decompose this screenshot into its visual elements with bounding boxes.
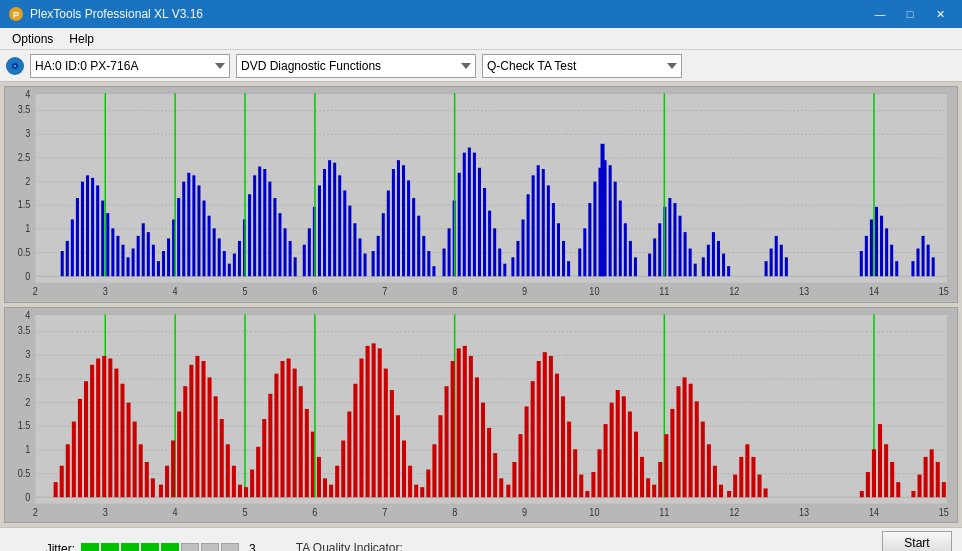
svg-rect-42 — [76, 198, 79, 276]
svg-rect-104 — [377, 236, 380, 276]
svg-rect-96 — [338, 175, 341, 276]
svg-rect-356 — [911, 490, 915, 496]
svg-rect-50 — [116, 236, 119, 276]
svg-text:5: 5 — [242, 285, 247, 297]
svg-rect-232 — [90, 364, 94, 496]
svg-rect-73 — [228, 264, 231, 277]
svg-rect-177 — [860, 251, 863, 276]
svg-rect-359 — [930, 449, 934, 497]
svg-rect-144 — [588, 203, 591, 276]
svg-rect-355 — [896, 482, 900, 497]
svg-rect-344 — [745, 444, 749, 497]
svg-rect-265 — [280, 360, 284, 496]
svg-text:4: 4 — [25, 88, 30, 100]
minimize-button[interactable]: — — [866, 4, 894, 24]
svg-rect-283 — [384, 368, 388, 497]
svg-rect-360 — [936, 461, 940, 496]
svg-text:9: 9 — [522, 506, 527, 518]
svg-rect-89 — [303, 245, 306, 277]
svg-rect-253 — [214, 396, 218, 497]
svg-rect-284 — [390, 390, 394, 497]
test-selector[interactable]: Q-Check TA Test — [482, 54, 682, 78]
svg-rect-306 — [518, 434, 522, 497]
svg-rect-311 — [549, 355, 553, 496]
svg-rect-264 — [274, 373, 278, 497]
svg-text:3: 3 — [25, 348, 30, 360]
svg-rect-227 — [60, 465, 64, 497]
app-icon: P — [8, 6, 24, 22]
svg-text:4: 4 — [173, 506, 178, 518]
svg-rect-106 — [387, 190, 390, 276]
svg-rect-150 — [619, 201, 622, 277]
svg-rect-58 — [157, 261, 160, 276]
svg-rect-67 — [197, 185, 200, 276]
close-button[interactable]: ✕ — [926, 4, 954, 24]
svg-rect-261 — [256, 446, 260, 496]
svg-rect-271 — [317, 456, 321, 496]
svg-rect-124 — [483, 188, 486, 276]
svg-rect-161 — [678, 216, 681, 277]
svg-text:4: 4 — [25, 309, 30, 321]
svg-rect-56 — [147, 232, 150, 276]
svg-rect-321 — [610, 402, 614, 497]
svg-rect-45 — [91, 178, 94, 276]
svg-text:2: 2 — [33, 285, 38, 297]
svg-rect-154 — [601, 144, 605, 276]
svg-rect-332 — [670, 408, 674, 496]
svg-rect-292 — [432, 444, 436, 497]
maximize-button[interactable]: □ — [896, 4, 924, 24]
svg-rect-78 — [248, 194, 251, 276]
svg-text:3.5: 3.5 — [18, 324, 31, 336]
svg-rect-138 — [552, 203, 555, 276]
svg-rect-276 — [341, 440, 345, 497]
start-button[interactable]: Start — [882, 531, 952, 552]
svg-rect-148 — [609, 165, 612, 276]
svg-rect-234 — [102, 355, 106, 496]
svg-rect-116 — [443, 249, 446, 277]
svg-text:0.5: 0.5 — [18, 467, 31, 479]
svg-rect-263 — [268, 393, 272, 496]
svg-rect-71 — [218, 238, 221, 276]
svg-text:7: 7 — [382, 285, 387, 297]
svg-rect-238 — [127, 402, 131, 497]
svg-rect-236 — [114, 368, 118, 497]
svg-rect-287 — [408, 465, 412, 497]
svg-rect-333 — [676, 386, 680, 497]
svg-rect-92 — [318, 185, 321, 276]
metrics-section: Jitter: 3 Peak Shift: — [10, 542, 256, 552]
svg-text:3: 3 — [103, 506, 108, 518]
svg-rect-304 — [506, 484, 510, 497]
svg-rect-140 — [562, 241, 565, 276]
svg-rect-181 — [880, 216, 883, 277]
svg-rect-239 — [133, 421, 137, 497]
jitter-label: Jitter: — [10, 542, 75, 552]
svg-rect-300 — [481, 402, 485, 497]
svg-rect-320 — [604, 424, 608, 497]
svg-rect-128 — [503, 264, 506, 277]
svg-rect-151 — [624, 223, 627, 276]
svg-rect-103 — [372, 251, 375, 276]
svg-rect-95 — [333, 163, 336, 277]
menu-options[interactable]: Options — [4, 30, 61, 48]
svg-rect-357 — [918, 474, 922, 497]
svg-rect-157 — [658, 223, 661, 276]
svg-text:14: 14 — [869, 506, 879, 518]
svg-rect-65 — [187, 173, 190, 276]
svg-rect-119 — [458, 173, 461, 276]
svg-rect-350 — [866, 472, 870, 497]
svg-rect-288 — [414, 484, 418, 497]
app-title: PlexTools Professional XL V3.16 — [30, 7, 866, 21]
svg-rect-70 — [213, 228, 216, 276]
menu-help[interactable]: Help — [61, 30, 102, 48]
svg-rect-228 — [66, 444, 70, 497]
jitter-seg-4 — [141, 543, 159, 552]
svg-text:15: 15 — [939, 506, 949, 518]
svg-rect-43 — [81, 182, 84, 277]
svg-rect-113 — [422, 236, 425, 276]
svg-rect-331 — [664, 434, 668, 497]
svg-text:12: 12 — [729, 285, 739, 297]
svg-rect-51 — [121, 245, 124, 277]
drive-selector[interactable]: HA:0 ID:0 PX-716A — [30, 54, 230, 78]
function-selector[interactable]: DVD Diagnostic Functions — [236, 54, 476, 78]
svg-text:2: 2 — [33, 506, 38, 518]
